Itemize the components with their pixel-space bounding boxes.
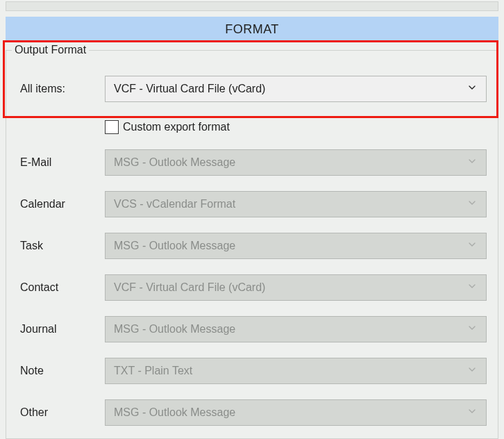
email-row: E-Mail MSG - Outlook Message (17, 149, 487, 176)
custom-export-label: Custom export format (123, 121, 230, 133)
custom-export-row: Custom export format (105, 120, 487, 134)
journal-dropdown: MSG - Outlook Message (105, 316, 487, 342)
section-header: FORMAT (6, 17, 498, 42)
other-label: Other (17, 406, 105, 419)
output-format-group: Output Format All items: VCF - Virtual C… (6, 50, 498, 439)
section-header-title: FORMAT (225, 22, 279, 37)
calendar-value: VCS - vCalendar Format (114, 198, 235, 210)
calendar-row: Calendar VCS - vCalendar Format (17, 191, 487, 217)
task-value: MSG - Outlook Message (114, 240, 235, 252)
email-label: E-Mail (17, 156, 105, 169)
contact-label: Contact (17, 281, 105, 294)
contact-value: VCF - Virtual Card File (vCard) (114, 281, 265, 294)
chevron-down-icon (467, 281, 478, 295)
journal-label: Journal (17, 323, 105, 336)
all-items-value: VCF - Virtual Card File (vCard) (114, 83, 265, 95)
note-dropdown: TXT - Plain Text (105, 358, 487, 384)
chevron-down-icon (467, 322, 478, 336)
top-edge-strip (6, 1, 498, 11)
journal-value: MSG - Outlook Message (114, 323, 235, 336)
other-row: Other MSG - Outlook Message (17, 399, 487, 426)
chevron-down-icon (467, 82, 478, 96)
chevron-down-icon (467, 156, 478, 169)
all-items-label: All items: (17, 83, 105, 95)
chevron-down-icon (467, 197, 478, 211)
email-value: MSG - Outlook Message (114, 156, 235, 169)
chevron-down-icon (467, 239, 478, 253)
all-items-dropdown[interactable]: VCF - Virtual Card File (vCard) (105, 76, 487, 102)
note-row: Note TXT - Plain Text (17, 358, 487, 384)
calendar-dropdown: VCS - vCalendar Format (105, 191, 487, 217)
group-legend: Output Format (12, 44, 89, 56)
all-items-row: All items: VCF - Virtual Card File (vCar… (17, 76, 487, 102)
journal-row: Journal MSG - Outlook Message (17, 316, 487, 342)
other-dropdown: MSG - Outlook Message (105, 399, 487, 426)
task-dropdown: MSG - Outlook Message (105, 233, 487, 259)
calendar-label: Calendar (17, 198, 105, 210)
contact-row: Contact VCF - Virtual Card File (vCard) (17, 274, 487, 301)
email-dropdown: MSG - Outlook Message (105, 149, 487, 176)
chevron-down-icon (467, 364, 478, 378)
note-value: TXT - Plain Text (114, 365, 192, 377)
other-value: MSG - Outlook Message (114, 406, 235, 419)
note-label: Note (17, 365, 105, 377)
task-row: Task MSG - Outlook Message (17, 233, 487, 259)
contact-dropdown: VCF - Virtual Card File (vCard) (105, 274, 487, 301)
custom-export-checkbox[interactable] (105, 120, 119, 134)
format-panel: FORMAT Output Format All items: VCF - Vi… (0, 0, 504, 439)
task-label: Task (17, 240, 105, 252)
chevron-down-icon (467, 406, 478, 420)
